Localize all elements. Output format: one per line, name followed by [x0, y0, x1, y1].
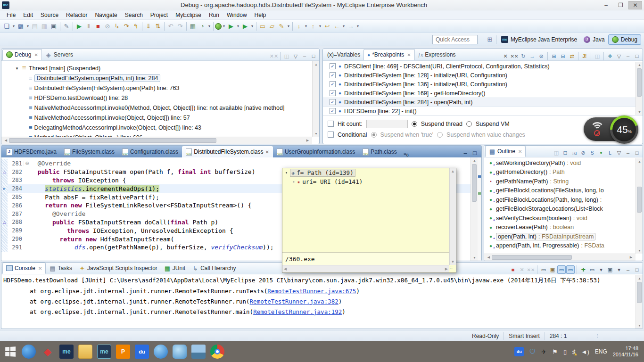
scrollbar-thumb[interactable] — [637, 187, 642, 213]
outline-item[interactable]: ●▲open(Path, int): FSDataInputStream — [484, 232, 636, 241]
pin-console-icon[interactable]: ✚ — [579, 265, 587, 274]
hide-fields-icon[interactable]: ⊘ — [579, 148, 587, 157]
blue-sphere-app-icon[interactable] — [154, 345, 168, 359]
red-diamond-app-icon[interactable]: ◆ — [41, 345, 55, 359]
bp-relaunch-icon[interactable]: ↻ — [519, 52, 528, 60]
drop-to-frame-icon[interactable]: ⇓ — [144, 22, 153, 31]
editor-tab-distributedfilesystem[interactable]: 010 DistributedFileSystem.class ✕ — [182, 146, 273, 157]
minimize-window-button[interactable]: – — [599, 1, 613, 9]
hide-static-icon[interactable]: S — [588, 148, 596, 157]
bp-people-icon[interactable]: ◫ — [593, 52, 602, 60]
suspend-thread-radio[interactable] — [412, 121, 417, 127]
popup-expander-icon[interactable]: ▸ — [293, 180, 295, 184]
menu-search[interactable]: Search — [121, 11, 147, 19]
next-annotation-dropdown-icon[interactable]: ▾ — [304, 22, 308, 31]
tray-volume-icon[interactable]: ◄) — [581, 348, 589, 355]
sort-icon[interactable]: ↓a — [570, 148, 578, 157]
print-icon[interactable]: ▣ — [49, 22, 58, 31]
forward-dropdown-icon[interactable]: ▾ — [355, 22, 360, 31]
tray-flag-icon[interactable]: ⚑ — [552, 348, 558, 355]
editor-tab-configuration[interactable]: 010 Configuration.class — [118, 146, 182, 157]
tab-debug[interactable]: Debug✕ — [2, 49, 42, 60]
scrollbar-thumb[interactable] — [9, 138, 216, 143]
stack-trace-link[interactable]: RemoteTestRunner.java:675 — [267, 288, 356, 295]
editor-tab-hdfsdemo[interactable]: J HDFSDemo.java — [2, 146, 60, 157]
breakpoints-list[interactable]: ✓ ● DFSClient [line: 469] - DFSClient(UR… — [323, 62, 636, 115]
outline-collapse-all-icon[interactable]: ⊟ — [561, 148, 570, 157]
profile-dropdown-icon[interactable]: ▾ — [250, 22, 255, 31]
open-folder-icon[interactable]: ▭ — [258, 22, 267, 31]
pptv-app-icon[interactable]: P — [116, 345, 130, 359]
tray-baidu-icon[interactable]: du — [514, 347, 524, 356]
console-output[interactable]: HDFSDemo.testDownload [JUnit] C:\Users\a… — [3, 275, 635, 328]
profile-icon[interactable]: ▶ — [240, 22, 250, 31]
suspend-vm-radio[interactable] — [466, 121, 472, 127]
perspective-java[interactable]: J Java — [580, 35, 608, 44]
breakpoints-vscrollbar[interactable]: ▲ ▼ — [636, 62, 643, 115]
tray-network-warning-icon[interactable]: ♯▲ — [572, 348, 576, 355]
debug-view-menu-icon[interactable]: ▽ — [291, 52, 300, 60]
editor-tab-usergroupinformation[interactable]: 010 UserGroupInformation.class — [273, 146, 359, 157]
file-explorer-icon[interactable] — [78, 345, 92, 359]
outline-item[interactable]: ●▲getHomeDirectory(): Path — [484, 168, 636, 177]
breakpoint-checkbox[interactable]: ✓ — [330, 81, 336, 87]
editor-overview-ruler[interactable] — [478, 157, 481, 261]
qq-app-icon[interactable] — [173, 345, 187, 359]
outline-item[interactable]: ●getFileBlockStorageLocations(List<Block — [484, 205, 636, 214]
tab-variables[interactable]: (x)=Variables — [324, 49, 363, 60]
breakpoint-row[interactable]: ✓ ● DistributedFileSystem [line: 136] - … — [323, 80, 636, 89]
outline-tab-close-icon[interactable]: ✕ — [518, 149, 522, 154]
collapse-all-icon[interactable]: ⊟ — [559, 52, 567, 60]
suspend-icon[interactable]: ‖ — [84, 22, 93, 31]
editor-tab-close-icon[interactable]: ✕ — [265, 149, 269, 155]
back-dropdown-icon[interactable]: ▾ — [341, 22, 346, 31]
breakpoint-row[interactable]: ✓ ● DFSClient [line: 469] - DFSClient(UR… — [323, 62, 636, 71]
browser-app-icon[interactable] — [22, 345, 36, 359]
stack-frame-row[interactable]: ≡ NativeMethodAccessorImpl.invoke(Object… — [1, 113, 312, 123]
stack-frame-row[interactable]: ≡ DelegatingMethodAccessorImpl.invoke(Ob… — [1, 123, 312, 132]
link-with-debug-icon[interactable]: ⇄ — [568, 52, 576, 60]
editor-vscrollbar[interactable]: ▲ ▼ — [471, 157, 478, 261]
taskbar-clock[interactable]: 17:48 2014/11/16 — [613, 346, 641, 358]
annotate-icon[interactable]: ✎ — [277, 22, 286, 31]
menu-source[interactable]: Source — [37, 11, 62, 19]
save-all-icon[interactable]: ▥ — [40, 22, 49, 31]
breakpoint-row[interactable]: ✓ ● DistributedFileSystem [line: 169] - … — [323, 89, 636, 98]
new-project-icon[interactable]: ▩ — [16, 22, 25, 31]
stack-frame-row[interactable]: ≡ DistributedFileSystem(FileSystem).open… — [1, 83, 312, 93]
step-into-icon[interactable]: ↳ — [112, 22, 122, 31]
variable-inspect-popup[interactable]: ▾ ◕ f= Path (id=139) ▸ ▪ uri= URI (id=14… — [282, 168, 456, 273]
save-icon[interactable]: ▤ — [30, 22, 40, 31]
outline-maximize-icon[interactable]: □ — [633, 148, 641, 157]
editor-maximize-icon[interactable]: □ — [470, 148, 479, 157]
tray-app-icon[interactable]: ✈ — [541, 348, 546, 355]
scroll-down-icon[interactable]: ▼ — [636, 247, 643, 254]
popup-vscrollbar[interactable]: ▲ ▼ — [449, 168, 456, 265]
menu-file[interactable]: File — [3, 11, 19, 19]
open-console-icon[interactable]: ▣ — [606, 265, 614, 274]
tray-shield-icon[interactable]: 🛡 — [529, 348, 536, 355]
outline-item[interactable]: ●▲setWorkingDirectory(Path): void — [484, 158, 636, 168]
scrollbar-thumb[interactable] — [492, 255, 572, 260]
last-edit-icon[interactable]: ↩ — [322, 22, 332, 31]
thread-expander-icon[interactable]: ▾ — [15, 66, 19, 71]
step-over-icon[interactable]: ↷ — [122, 22, 131, 31]
export-icon[interactable]: ▱ — [267, 22, 277, 31]
prev-annotation-icon[interactable]: ↑ — [308, 22, 318, 31]
disconnect-icon[interactable]: ⊘ — [103, 22, 112, 31]
scrollbar-thumb[interactable] — [472, 164, 477, 202]
tab-console[interactable]: Console✕ — [2, 263, 46, 274]
scroll-left-icon[interactable]: ◀ — [2, 138, 9, 144]
scroll-down-icon[interactable]: ▼ — [471, 255, 478, 261]
run-history-icon[interactable]: ◔ — [198, 22, 207, 31]
launch-grid-icon[interactable]: ▦ — [188, 22, 198, 31]
prev-annotation-dropdown-icon[interactable]: ▾ — [318, 22, 322, 31]
debug-people-icon[interactable]: ◫ — [282, 52, 291, 60]
tab-js-inspector[interactable]: ✦ JavaScript Scripts Inspector — [75, 263, 161, 274]
close-window-button[interactable]: ✕ — [628, 1, 642, 9]
annotation-mark[interactable] — [478, 175, 481, 178]
stack-trace-link[interactable]: RemoteTestRunner.java:192 — [253, 308, 342, 315]
breakpoint-checkbox[interactable]: ✓ — [330, 108, 336, 114]
resume-icon[interactable]: ▶ — [74, 22, 84, 31]
perspective-myeclipse[interactable]: me MyEclipse Java Enterprise — [498, 34, 580, 44]
